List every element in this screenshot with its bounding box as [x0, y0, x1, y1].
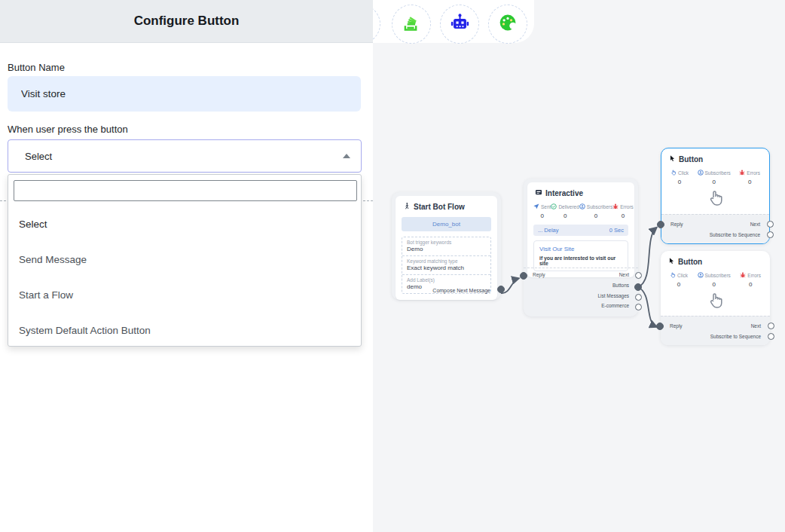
- dropdown-options: Select Send Message Start a Flow System …: [8, 206, 361, 346]
- output-list-messages-port[interactable]: [635, 294, 642, 301]
- node-button-2[interactable]: Button Click 0: [661, 251, 770, 345]
- output-list-messages-label: List Messages: [597, 293, 629, 298]
- reply-input-port[interactable]: [656, 323, 664, 330]
- paper-plane-icon: [533, 203, 539, 210]
- reply-input-port[interactable]: [520, 272, 527, 280]
- stat-errors: Errors 0: [612, 203, 634, 219]
- stat-subscribers: Subscribers 0: [579, 203, 612, 219]
- reply-label: Reply: [533, 272, 545, 277]
- action-select[interactable]: Select: [8, 139, 362, 173]
- person-walking-icon: [403, 202, 411, 212]
- field-label: Bot trigger keywords: [407, 240, 486, 245]
- cursor-arrow-icon: [668, 257, 675, 266]
- reply-label: Reply: [670, 222, 683, 227]
- cursor-arrow-icon: [669, 154, 676, 164]
- message-title: Visit Our Site: [539, 246, 622, 252]
- theme-tool-button[interactable]: [488, 5, 527, 44]
- button-header: Button: [661, 251, 770, 266]
- robot-icon: [450, 13, 470, 36]
- field-trigger-keywords: Bot trigger keywords Demo: [402, 237, 490, 255]
- reply-input-port[interactable]: [657, 221, 664, 228]
- button-footer: Reply Next Subscribe to Sequence: [661, 214, 769, 243]
- hand-pointer-icon: [661, 189, 769, 207]
- node-title: Button: [678, 258, 702, 266]
- output-next-port[interactable]: [768, 323, 774, 329]
- footer-separator: [524, 268, 638, 268]
- output-ecommerce-port[interactable]: [635, 304, 642, 310]
- field-value: Exact keyword match: [407, 264, 486, 271]
- panel-header: Configure Button: [0, 0, 373, 43]
- stack-tool-button[interactable]: [392, 5, 431, 44]
- start-bot-flow-header: Start Bot Flow: [396, 196, 497, 212]
- carousel-icon: [535, 188, 542, 197]
- stat-errors: Errors 0: [740, 272, 761, 288]
- message-body: if you are interested to visit our site: [539, 255, 622, 266]
- node-title: Interactive: [545, 189, 583, 197]
- click-icon: [670, 170, 677, 176]
- stat-delivered: Delivered 0: [551, 203, 579, 219]
- stack-icon: [402, 13, 421, 35]
- output-next-label: Next: [619, 272, 629, 277]
- delay-value: 0 Sec: [609, 227, 624, 234]
- configure-button-panel: Configure Button Button Name When user p…: [0, 0, 373, 532]
- delay-label: ... Delay: [538, 227, 559, 234]
- user-circle-icon: [579, 203, 585, 210]
- interactive-card: Interactive Sent 0: [527, 182, 634, 277]
- delay-row[interactable]: ... Delay 0 Sec: [533, 225, 628, 236]
- dropdown-option-select[interactable]: Select: [8, 206, 361, 242]
- chevron-up-icon: [343, 154, 350, 158]
- palette-icon: [498, 13, 518, 35]
- node-title: Button: [679, 155, 703, 164]
- button-name-label: Button Name: [8, 62, 65, 73]
- output-buttons-port[interactable]: [634, 283, 642, 291]
- button-stats: Click 0 Subscribers 0: [661, 170, 769, 185]
- field-value: Demo: [407, 246, 486, 252]
- hand-pointer-icon: [661, 292, 770, 310]
- node-start-bot-flow[interactable]: Start Bot Flow Demo_bot Bot trigger keyw…: [392, 192, 501, 300]
- bot-name-pill[interactable]: Demo_bot: [402, 217, 491, 231]
- action-dropdown: Select Send Message Start a Flow System …: [8, 174, 362, 347]
- action-select-value: Select: [25, 151, 343, 162]
- bug-icon: [612, 203, 619, 210]
- flow-canvas[interactable]: Start Bot Flow Demo_bot Bot trigger keyw…: [373, 0, 785, 532]
- stat-errors: Errors 0: [739, 170, 760, 185]
- output-next-label: Next: [750, 222, 760, 227]
- click-icon: [670, 272, 676, 279]
- button-name-input[interactable]: [8, 76, 361, 112]
- reply-label: Reply: [670, 323, 683, 329]
- field-matching-type: Keyword matching type Exact keyword matc…: [402, 255, 490, 274]
- compose-next-message-label: Compose Next Message: [432, 288, 490, 293]
- interactive-message-preview[interactable]: Visit Our Site if you are interested to …: [533, 240, 628, 271]
- edge-buttons-to-button1: [638, 228, 656, 288]
- node-button-1[interactable]: Button Click 0: [661, 148, 770, 244]
- check-circle-icon: [551, 203, 557, 210]
- stat-subscribers: Subscribers 0: [698, 170, 731, 185]
- dropdown-option-start-a-flow[interactable]: Start a Flow: [8, 277, 361, 313]
- compose-output-port[interactable]: [497, 286, 505, 293]
- stat-subscribers: Subscribers 0: [698, 272, 731, 288]
- field-label: Keyword matching type: [407, 258, 486, 264]
- flow-builder-app: Configure Button Button Name When user p…: [0, 0, 785, 532]
- dropdown-option-system-default[interactable]: System Default Action Button: [8, 313, 361, 348]
- output-subscribe-label: Subscribe to Sequence: [710, 334, 761, 339]
- output-subscribe-port[interactable]: [767, 231, 774, 238]
- output-next-port[interactable]: [767, 221, 774, 228]
- dropdown-search-input[interactable]: [14, 180, 357, 201]
- dropdown-option-send-message[interactable]: Send Message: [8, 242, 361, 277]
- output-buttons-label: Buttons: [612, 283, 629, 288]
- node-interactive[interactable]: Interactive Sent 0: [524, 179, 638, 316]
- button-footer: Reply Next Subscribe to Sequence: [661, 316, 770, 345]
- interactive-header: Interactive: [527, 182, 634, 197]
- stat-sent: Sent 0: [533, 203, 551, 219]
- output-subscribe-port[interactable]: [768, 333, 774, 340]
- action-label: When user press the button: [8, 124, 128, 135]
- output-next-port[interactable]: [635, 272, 642, 279]
- bot-tool-button[interactable]: [440, 5, 479, 44]
- user-circle-icon: [698, 272, 704, 279]
- stat-click: Click 0: [670, 272, 688, 288]
- output-next-label: Next: [751, 323, 761, 329]
- bug-icon: [739, 170, 745, 176]
- button-stats: Click 0 Subscribers 0: [661, 272, 770, 288]
- compose-next-message-row: Compose Next Message: [392, 280, 501, 300]
- output-subscribe-label: Subscribe to Sequence: [710, 232, 760, 237]
